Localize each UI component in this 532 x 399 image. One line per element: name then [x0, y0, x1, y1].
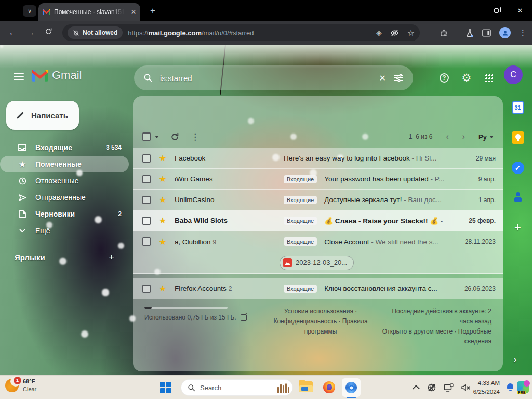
browser-tab[interactable]: Помеченные - slavan1510@g ✕ — [38, 3, 140, 21]
side-panel-collapse-icon[interactable]: › — [513, 353, 517, 365]
back-button[interactable]: ← — [4, 28, 22, 38]
email-row[interactable]: ★ Firefox Accounts2 Входящие Ключ восста… — [133, 278, 503, 299]
email-row-unread[interactable]: ★ Baba Wild Slots Входящие 💰 Слава - Rai… — [133, 210, 503, 231]
row-checkbox[interactable] — [142, 217, 151, 225]
row-checkbox[interactable] — [142, 237, 151, 246]
help-button[interactable]: ? — [438, 72, 450, 84]
reload-button[interactable] — [39, 28, 57, 38]
search-bar[interactable]: is:starred ✕ — [134, 65, 413, 90]
inbox-label-chip: Входящие — [284, 175, 317, 183]
no-internet-icon[interactable] — [427, 383, 436, 392]
tray-overflow-chevron-icon[interactable] — [413, 385, 420, 392]
google-apps-button[interactable] — [483, 72, 495, 84]
starred-icon[interactable]: ★ — [158, 237, 167, 247]
email-row[interactable]: ★ Facebook Here's an easy way to log int… — [133, 148, 503, 169]
footer-terms-links[interactable]: Условия использования · Конфиденциальнос… — [269, 307, 372, 337]
email-row[interactable]: ★ я, Clubillion9 Входящие Close Account … — [133, 231, 503, 252]
preview-icon[interactable]: ◈ — [376, 29, 382, 37]
tasks-icon[interactable]: ✓ — [512, 162, 524, 174]
search-input[interactable]: is:starred — [160, 74, 372, 83]
starred-icon[interactable]: ★ — [158, 195, 167, 205]
browser-profile-avatar[interactable] — [499, 27, 511, 38]
forward-button[interactable]: → — [22, 28, 39, 38]
starred-icon[interactable]: ★ — [158, 153, 167, 163]
main-menu-icon[interactable] — [14, 73, 24, 80]
select-all-checkbox[interactable] — [142, 132, 151, 141]
weather-widget[interactable]: 1 68°F Clear — [5, 378, 36, 393]
sidebar-item-snoozed[interactable]: Отложенные — [0, 172, 129, 189]
eye-hidden-icon[interactable] — [390, 29, 399, 37]
email-subject: Your password has been updated - P... — [324, 175, 471, 183]
new-tab-button[interactable]: + — [147, 5, 159, 17]
create-label-button[interactable]: + — [109, 251, 114, 263]
settings-button[interactable]: ⚙ — [460, 72, 473, 84]
tab-close-icon[interactable]: ✕ — [131, 8, 136, 16]
taskbar-search[interactable]: Search — [181, 379, 293, 396]
sidebar-item-starred[interactable]: ★ Помеченные — [0, 156, 129, 172]
search-icon[interactable] — [143, 73, 153, 83]
email-subject: 💰 Слава - Raise your Stacks!! 💰 - — [324, 217, 461, 225]
chrome-taskbar-button[interactable] — [342, 378, 361, 397]
external-link-icon[interactable] — [241, 314, 247, 321]
volume-muted-icon[interactable] — [461, 383, 471, 392]
starred-icon[interactable]: ★ — [158, 284, 167, 294]
desktop-screen: ∨ Помеченные - slavan1510@g ✕ + – ✕ ← → — [0, 0, 532, 399]
window-restore-button[interactable] — [484, 0, 508, 21]
account-activity-details-link[interactable]: Открыто в другом месте · Подробные сведе… — [377, 327, 491, 347]
window-close-button[interactable]: ✕ — [508, 0, 532, 21]
row-checkbox[interactable] — [142, 285, 151, 293]
bookmark-star-icon[interactable]: ☆ — [407, 28, 415, 38]
attachment-chip[interactable]: 2023-12-03_20... — [280, 256, 354, 270]
storage-usage-text: Использовано 0,75 ГБ из 15 ГБ. — [144, 314, 236, 321]
row-checkbox[interactable] — [142, 196, 151, 204]
keep-icon[interactable] — [512, 131, 524, 144]
active-app-indicator — [347, 397, 356, 398]
labs-flask-icon[interactable] — [466, 29, 474, 37]
search-filter-icon[interactable] — [393, 73, 404, 83]
row-checkbox[interactable] — [142, 154, 151, 163]
sidebar-item-sent[interactable]: Отправленные — [0, 189, 129, 206]
email-row[interactable]: ★ iWin Games Входящие Your password has … — [133, 169, 503, 190]
notifications-bell-icon[interactable] — [506, 383, 514, 391]
sidebar-item-drafts[interactable]: Черновики 2 — [0, 206, 129, 222]
email-sender: UnlimCasino — [175, 196, 276, 204]
tab-search-button[interactable]: ∨ — [23, 5, 36, 17]
firefox-icon[interactable] — [323, 381, 335, 393]
compose-button[interactable]: Написать — [6, 101, 79, 130]
starred-icon[interactable]: ★ — [158, 174, 167, 184]
contacts-icon[interactable] — [512, 192, 524, 203]
account-avatar[interactable]: C — [504, 65, 523, 84]
send-icon — [18, 194, 27, 201]
start-button[interactable] — [160, 382, 171, 393]
newer-page-icon[interactable]: ‹ — [446, 132, 448, 141]
window-minimize-button[interactable]: – — [460, 0, 484, 21]
url-text[interactable]: https://mail.google.com/mail/u/0/#starre… — [128, 29, 254, 37]
browser-toolbar: ← → Not allowed https://mail.google.com/… — [0, 21, 532, 45]
notification-blocked-badge[interactable]: Not allowed — [68, 26, 123, 39]
chrome-icon — [345, 382, 357, 393]
get-addons-button[interactable]: + — [514, 221, 521, 234]
calendar-icon[interactable]: 31 — [512, 101, 524, 114]
email-row[interactable]: ★ UnlimCasino Входящие Доступные зеркала… — [133, 190, 503, 210]
insider-preview-icon[interactable]: PRE — [517, 381, 529, 393]
browser-menu-icon[interactable]: ⋮ — [519, 28, 527, 37]
gmail-favicon-icon — [43, 9, 50, 15]
select-dropdown-icon[interactable] — [155, 136, 159, 138]
address-bar[interactable]: Not allowed https://mail.google.com/mail… — [62, 24, 420, 41]
daily-image-icon[interactable] — [277, 382, 290, 393]
more-options-icon[interactable]: ⋮ — [191, 131, 200, 142]
clock-widget[interactable]: 4:33 AM 6/25/2024 — [473, 379, 500, 396]
extensions-icon[interactable] — [440, 29, 448, 37]
side-panel-icon[interactable] — [482, 29, 491, 37]
inbox-label-chip: Входящие — [284, 285, 317, 293]
clear-search-icon[interactable]: ✕ — [379, 73, 386, 83]
starred-icon[interactable]: ★ — [158, 216, 167, 225]
sidebar-item-more[interactable]: Ещё — [0, 222, 129, 239]
input-language-selector[interactable]: Ру — [478, 133, 494, 141]
older-page-icon[interactable]: › — [462, 132, 465, 141]
display-network-icon[interactable] — [444, 383, 454, 392]
file-explorer-icon[interactable] — [299, 381, 313, 392]
refresh-icon[interactable] — [170, 132, 179, 141]
row-checkbox[interactable] — [142, 175, 151, 183]
sidebar-item-inbox[interactable]: Входящие 3 534 — [0, 139, 129, 156]
